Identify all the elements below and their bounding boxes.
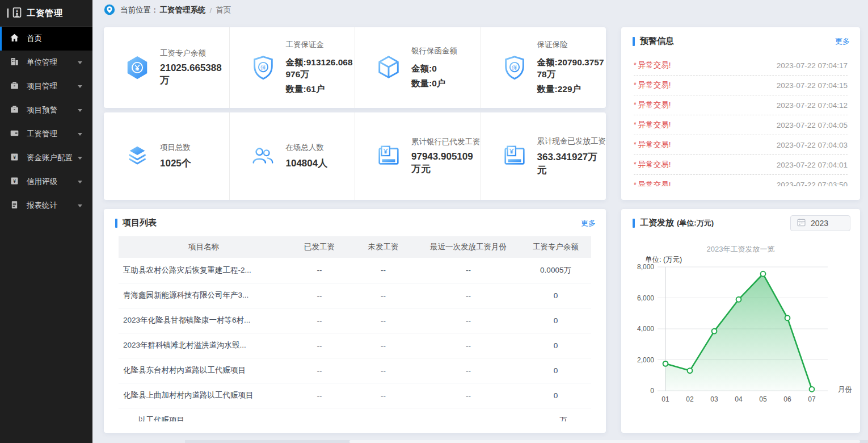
alerts-more-link[interactable]: 更多 (835, 36, 850, 47)
table-row[interactable]: ……以工代赈项目…………万 (119, 408, 591, 421)
alert-star-icon: * (634, 181, 637, 187)
projects-panel: 项目列表 更多 项目名称 已发工资 未发工资 最近一次发放工资月份 工资专户余额… (104, 209, 606, 433)
projects-table: 项目名称 已发工资 未发工资 最近一次发放工资月份 工资专户余额 互助县农村公路… (119, 236, 591, 421)
salary-chart-panel: 工资发放 (单位:万元) 2023 2023年工资发放一览 单位: (万元) 月… (621, 209, 860, 433)
stat-card-salary-deposit: 保 工资保证金 金额:913126.068976万 数量:61户 (229, 27, 355, 108)
alert-star-icon: * (634, 141, 637, 149)
logo-divider (7, 9, 9, 18)
stat-row-1: 工资专户余额 21025.665388万 保 工资保证金 金额:913126.0… (104, 27, 606, 108)
svg-text:保: 保 (511, 64, 517, 70)
cube-icon (376, 55, 402, 81)
alert-star-icon: * (634, 61, 637, 69)
salary-badge-icon: ¥ (11, 7, 23, 20)
svg-text:05: 05 (759, 395, 767, 403)
sidebar-item-fund-account[interactable]: ¥ 资金账户配置 (0, 146, 92, 170)
app-title: 工资管理 (27, 8, 63, 19)
yuan-box-icon: ¥ (10, 152, 19, 164)
alert-item[interactable]: *异常交易!2023-07-22 07:04:05 (634, 115, 848, 135)
stat-card-bank-guarantee: 银行保函金额 金额:0 数量:0户 (355, 27, 481, 108)
briefcase-icon (10, 105, 19, 116)
breadcrumb: 当前位置： 工资管理系统 / 首页 (104, 4, 231, 16)
alert-item[interactable]: *异常交易!2023-07-22 07:04:12 (634, 95, 848, 115)
horizontal-scrollbar-track[interactable] (185, 440, 868, 443)
svg-text:07: 07 (808, 395, 816, 403)
projects-more-link[interactable]: 更多 (581, 218, 596, 228)
chevron-down-icon (78, 181, 82, 183)
table-row[interactable]: 2023年群科镇滩北村溢洪道沟水毁...------0 (119, 333, 591, 358)
svg-text:02: 02 (686, 395, 694, 403)
projects-panel-title: 项目列表 (115, 218, 157, 228)
col-header-paid: 已发工资 (289, 236, 350, 258)
chevron-down-icon (78, 61, 82, 64)
alerts-panel-title: 预警信息 (633, 36, 674, 47)
org-icon (10, 57, 19, 68)
wallet-yuan-icon (376, 143, 402, 169)
breadcrumb-current-link[interactable]: 首页 (216, 5, 231, 15)
chevron-down-icon (78, 204, 82, 207)
alert-item[interactable]: *异常交易!2023-07-22 07:04:01 (634, 155, 848, 175)
sidebar-item-report-stats[interactable]: 报表统计 (0, 194, 92, 218)
salary-area-chart: 02,0004,0006,0008,00001020304050607 (631, 260, 850, 412)
svg-text:保: 保 (259, 64, 266, 70)
sidebar-item-unit-mgmt[interactable]: 单位管理 (0, 51, 92, 74)
briefcase-icon (10, 81, 19, 92)
salary-panel-unit: (单位:万元) (677, 218, 714, 228)
table-row[interactable]: 化隆县上曲加村村内道路以工代赈项目------0 (119, 383, 591, 408)
stat-card-people-on-site: 在场总人数 104804人 (229, 112, 355, 200)
alert-item[interactable]: *异常交易!2023-07-22 07:03:50 (634, 175, 848, 186)
breadcrumb-root-link[interactable]: 工资管理系统 (160, 5, 206, 15)
layers-icon (124, 143, 150, 169)
alert-star-icon: * (634, 161, 637, 169)
stat-row-2: 项目总数 1025个 在场总人数 104804人 累计银行已代发工资 97943… (104, 112, 606, 200)
year-picker[interactable]: 2023 (790, 215, 850, 231)
stat-card-guarantee-insurance: 保 保证保险 金额:20790.375778万 数量:229户 (481, 27, 606, 108)
table-row[interactable]: 互助县农村公路灾后恢复重建工程-2...------0.0005万 (119, 258, 591, 283)
svg-text:6,000: 6,000 (637, 294, 654, 302)
svg-text:4,000: 4,000 (637, 325, 654, 333)
shield-bao-icon: 保 (502, 55, 528, 81)
app-logo: ¥ 工资管理 (0, 0, 92, 27)
svg-text:¥: ¥ (16, 9, 18, 12)
stat-card-bank-paid-total: 累计银行已代发工资 97943.905109万元 (355, 112, 481, 200)
col-header-balance: 工资专户余额 (520, 236, 591, 258)
sidebar-item-credit-rating[interactable]: ¥ 信用评级 (0, 170, 92, 194)
table-header-row: 项目名称 已发工资 未发工资 最近一次发放工资月份 工资专户余额 (119, 236, 591, 258)
sidebar-item-project-alert[interactable]: 项目预警 (0, 98, 92, 122)
location-pin-icon (104, 4, 115, 17)
alert-item[interactable]: *异常交易!2023-07-22 07:04:03 (634, 135, 848, 155)
stat-card-salary-balance: 工资专户余额 21025.665388万 (104, 27, 229, 108)
alert-item[interactable]: *异常交易!2023-07-22 07:04:15 (634, 76, 848, 95)
sidebar-item-project-mgmt[interactable]: 项目管理 (0, 74, 92, 98)
shield-bao-icon: 保 (250, 55, 276, 81)
hexagon-yuan-icon (124, 55, 150, 81)
sidebar-item-home[interactable]: 首页 (0, 27, 92, 51)
svg-text:¥: ¥ (13, 154, 16, 160)
stat-card-cash-paid-total: 累计现金已发放工资 363.341927万元 (481, 112, 606, 200)
table-row[interactable]: 化隆县东台村村内道路以工代赈项目------0 (119, 358, 591, 383)
sidebar-item-salary-mgmt[interactable]: 工资管理 (0, 122, 92, 146)
svg-text:¥: ¥ (13, 178, 16, 184)
table-row[interactable]: 2023年化隆县甘都镇隆康一村等6村...------0 (119, 308, 591, 333)
table-row[interactable]: 青海鑫园新能源科技有限公司年产3...------0 (119, 283, 591, 308)
home-icon (10, 33, 19, 44)
sidebar: ¥ 工资管理 首页 单位管理 项目管理 项目预警 工资管理 ¥ 资金账户配置 ¥… (0, 0, 92, 443)
chart-title: 2023年工资发放一览 (621, 244, 860, 254)
report-icon (10, 200, 19, 211)
svg-text:2,000: 2,000 (637, 356, 654, 364)
yuan-box-icon: ¥ (10, 176, 19, 187)
svg-text:0: 0 (650, 387, 654, 395)
alert-item[interactable]: *异常交易!2023-07-22 07:04:17 (634, 56, 848, 76)
stat-card-project-total: 项目总数 1025个 (104, 112, 229, 200)
main-content: 当前位置： 工资管理系统 / 首页 工资专户余额 21025.665388万 保… (92, 0, 868, 443)
svg-text:8,000: 8,000 (637, 263, 654, 271)
chevron-down-icon (78, 133, 82, 136)
alerts-panel: 预警信息 更多 *异常交易!2023-07-22 07:04:17 *异常交易!… (621, 27, 860, 200)
calendar-icon (797, 218, 806, 229)
year-picker-value: 2023 (811, 219, 828, 228)
svg-text:06: 06 (783, 395, 791, 403)
horizontal-scrollbar-thumb[interactable] (349, 440, 860, 443)
col-header-unpaid: 未发工资 (350, 236, 416, 258)
wallet-yuan-icon (502, 143, 528, 169)
people-icon (250, 143, 276, 169)
alert-star-icon: * (634, 121, 637, 129)
